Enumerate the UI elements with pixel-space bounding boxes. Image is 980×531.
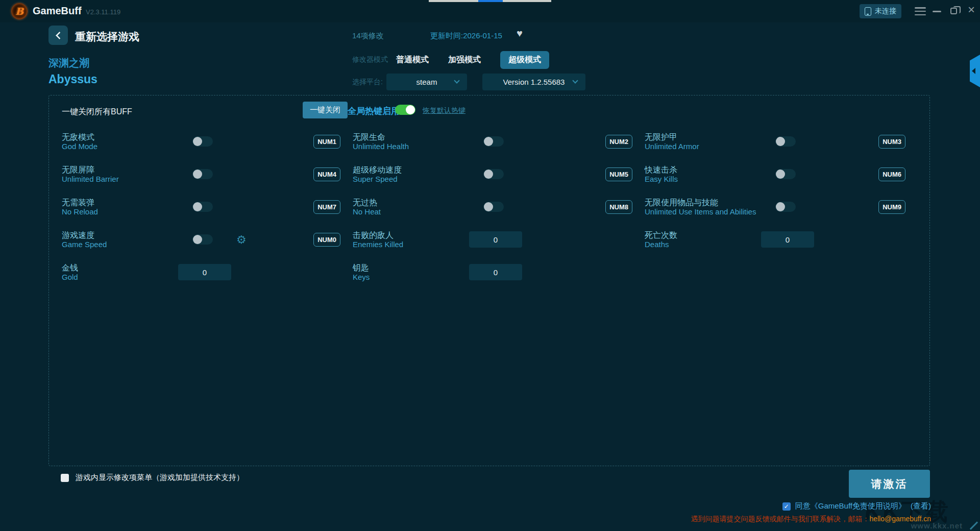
cheat-control	[761, 169, 796, 179]
mode-option-super[interactable]: 超级模式	[500, 51, 549, 69]
cheat-value-input[interactable]	[761, 231, 814, 248]
cheat-control	[178, 233, 247, 246]
cheats-panel: 一键关闭所有BUFF 一键关闭 全局热键启用 恢复默认热键 无敌模式 God M…	[48, 95, 930, 466]
side-panel-tab[interactable]	[970, 55, 980, 87]
cheat-toggle[interactable]	[192, 169, 213, 179]
cheat-labels: 无限屏障 Unlimited Barrier	[62, 165, 178, 184]
cheat-value-input[interactable]	[469, 264, 522, 280]
hotkey-badge[interactable]: NUM0	[313, 233, 340, 247]
agree-checkbox[interactable]	[782, 502, 791, 511]
cheat-row: 无限使用物品与技能 Unlimited Use Items and Abilit…	[645, 190, 918, 223]
view-disclaimer-link[interactable]: (查看)	[911, 501, 931, 511]
support-text: 遇到问题请提交问题反馈或邮件与我们联系解决，邮箱：	[691, 515, 869, 523]
back-button[interactable]	[48, 26, 68, 45]
cheat-row: 无限生命 Unlimited Health NUM2	[353, 125, 645, 158]
hotkey-badge[interactable]: NUM4	[313, 167, 340, 181]
cheat-name-cn: 超级移动速度	[353, 165, 469, 175]
left-arrow-icon	[972, 68, 975, 74]
close-all-label: 一键关闭所有BUFF	[62, 107, 132, 117]
favorite-heart-icon[interactable]	[517, 28, 523, 39]
cheat-toggle[interactable]	[192, 234, 213, 245]
device-icon	[865, 7, 871, 16]
back-chevron-icon	[55, 31, 63, 39]
cheat-name-en: God Mode	[62, 142, 178, 151]
version-value: Version 1.2.55683	[503, 78, 565, 86]
titlebar: GameBuff V2.3.11.119 未连接	[0, 0, 980, 22]
cheat-name-cn: 无限屏障	[62, 165, 178, 175]
cheat-labels: 金钱 Gold	[62, 263, 178, 282]
cheat-toggle[interactable]	[192, 202, 213, 212]
cheat-labels: 击败的敌人 Enemies Killed	[353, 230, 469, 249]
mode-option-enhanced[interactable]: 加强模式	[448, 55, 481, 65]
close-all-button[interactable]: 一键关闭	[303, 102, 348, 118]
top-drag-indicator	[429, 0, 551, 2]
cheat-toggle[interactable]	[775, 202, 796, 212]
cheat-name-cn: 无需装弹	[62, 198, 178, 207]
mods-count: 14项修改	[352, 31, 384, 41]
cheat-name-cn: 无过热	[353, 198, 469, 207]
game-title-cn: 深渊之潮	[48, 56, 89, 70]
version-dropdown[interactable]: Version 1.2.55683	[482, 74, 585, 90]
cheat-value-input[interactable]	[469, 231, 522, 248]
hotkey-badge[interactable]: NUM6	[878, 167, 905, 181]
hotkey-badge[interactable]: NUM8	[605, 200, 632, 214]
agree-row: 同意《GameBuff免责使用说明》 (查看)	[782, 501, 931, 511]
cheat-control	[178, 202, 213, 212]
cheat-toggle[interactable]	[483, 202, 504, 212]
platform-dropdown[interactable]: steam	[386, 74, 467, 90]
support-row: 遇到问题请提交问题反馈或邮件与我们联系解决，邮箱：hello@gamebuff.…	[691, 515, 931, 524]
minimize-icon[interactable]	[933, 11, 941, 12]
cheat-labels: 死亡次数 Deaths	[645, 230, 761, 249]
app-window: GameBuff V2.3.11.119 未连接 重新选择游戏 14项修改 更新…	[0, 0, 980, 531]
close-icon[interactable]	[968, 4, 975, 16]
update-time: 更新时间:2026-01-15	[430, 31, 502, 41]
hotkey-badge[interactable]: NUM7	[313, 200, 340, 214]
cheat-name-cn: 游戏速度	[62, 230, 178, 240]
cheat-toggle[interactable]	[192, 136, 213, 147]
cheat-row: 无过热 No Heat NUM8	[353, 190, 645, 223]
chevron-down-icon	[572, 78, 578, 83]
activate-button[interactable]: 请激活	[849, 470, 930, 498]
cheat-labels: 无需装弹 No Reload	[62, 198, 178, 216]
cheat-name-cn: 无敌模式	[62, 132, 178, 142]
cheat-toggle[interactable]	[775, 136, 796, 147]
gear-icon[interactable]	[236, 233, 247, 246]
cheat-toggle[interactable]	[483, 136, 504, 147]
cheat-control	[178, 264, 231, 280]
cheat-labels: 无过热 No Heat	[353, 198, 469, 216]
cheat-name-cn: 钥匙	[353, 263, 469, 273]
platform-label: 选择平台:	[352, 78, 386, 87]
cheat-toggle[interactable]	[483, 169, 504, 179]
hotkey-badge[interactable]: NUM2	[605, 135, 632, 149]
hotkey-badge[interactable]: NUM1	[313, 135, 340, 149]
hotkey-badge[interactable]: NUM9	[878, 200, 905, 214]
ingame-menu-checkbox[interactable]	[61, 474, 69, 482]
cheat-name-en: Deaths	[645, 240, 761, 249]
cheat-control	[761, 136, 796, 147]
hotkey-badge[interactable]: NUM5	[605, 167, 632, 181]
cheat-control	[469, 202, 504, 212]
support-email-link[interactable]: hello@gamebuff.cn	[869, 515, 931, 523]
trainer-mode-label: 修改器模式	[352, 55, 396, 64]
restore-hotkeys-link[interactable]: 恢复默认热键	[423, 106, 465, 115]
cheat-control	[469, 136, 504, 147]
cheat-name-cn: 无限生命	[353, 132, 469, 142]
cheat-grid: 无敌模式 God Mode NUM1 无限生命 Unlimited Health…	[62, 125, 918, 288]
hotkey-badge[interactable]: NUM3	[878, 135, 905, 149]
connection-status-button[interactable]: 未连接	[860, 4, 901, 18]
cheat-control	[178, 136, 213, 147]
mode-option-normal[interactable]: 普通模式	[396, 55, 429, 65]
global-hotkey-toggle[interactable]	[395, 105, 415, 115]
cheat-row: 无限护甲 Unlimited Armor NUM3	[645, 125, 918, 158]
agree-text: 同意《GameBuff免责使用说明》	[795, 501, 906, 511]
cheat-name-en: Enemies Killed	[353, 240, 469, 249]
cheat-row: 金钱 Gold	[62, 256, 353, 288]
page-title: 重新选择游戏	[75, 30, 139, 44]
cheat-toggle[interactable]	[775, 169, 796, 179]
cheat-row: 超级移动速度 Super Speed NUM5	[353, 158, 645, 190]
maximize-icon[interactable]	[950, 8, 957, 14]
cheat-row: 无限屏障 Unlimited Barrier NUM4	[62, 158, 353, 190]
cheat-row: 钥匙 Keys	[353, 256, 645, 288]
menu-icon[interactable]	[915, 7, 926, 15]
cheat-value-input[interactable]	[178, 264, 231, 280]
